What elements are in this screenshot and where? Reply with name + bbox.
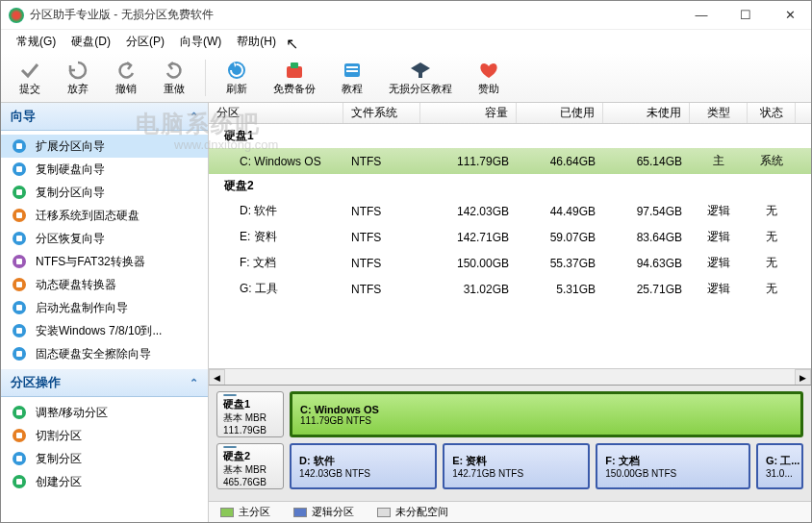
op-item-label: 调整/移动分区 (36, 405, 108, 421)
partition-block-c[interactable]: C: Windows OS 111.79GB NTFS (290, 391, 803, 437)
backup-icon (283, 59, 306, 82)
th-used[interactable]: 已使用 (517, 103, 603, 123)
window-title: 分区助手专业版 - 无损分区免费软件 (30, 7, 688, 23)
svg-rect-28 (16, 410, 22, 415)
svg-rect-20 (16, 282, 22, 287)
migrate-icon (11, 207, 28, 224)
th-filesystem[interactable]: 文件系统 (343, 103, 420, 123)
op-item-split[interactable]: 切割分区 (1, 424, 208, 447)
book-icon (341, 59, 364, 82)
disk-group: 硬盘2 (209, 174, 811, 198)
bootcd-icon (11, 299, 28, 316)
table-row[interactable]: G: 工具NTFS31.02GB5.31GB25.71GB逻辑无 (209, 276, 811, 302)
wizard-item-label: 动态硬盘转换器 (36, 277, 116, 293)
scroll-right-icon[interactable]: ▶ (795, 369, 811, 386)
partition-block-e[interactable]: E: 资料142.71GB NTFS (443, 443, 590, 489)
close-button[interactable]: ✕ (776, 6, 803, 25)
wizard-item-erase[interactable]: 固态硬盘安全擦除向导 (1, 342, 208, 365)
th-status[interactable]: 状态 (748, 103, 796, 123)
redo-button[interactable]: 重做 (153, 57, 195, 98)
menu-disk[interactable]: 硬盘(D) (63, 32, 118, 52)
wizard-item-convert[interactable]: NTFS与FAT32转换器 (1, 250, 208, 273)
wizard-item-bootcd[interactable]: 启动光盘制作向导 (1, 296, 208, 319)
check-icon (18, 59, 41, 82)
svg-rect-14 (16, 212, 22, 218)
chevron-up-icon: ⌃ (190, 111, 198, 123)
horizontal-scrollbar[interactable]: ◀ ▶ (209, 368, 811, 385)
menu-help[interactable]: 帮助(H) (229, 32, 284, 52)
wizard-item-recover[interactable]: 分区恢复向导 (1, 227, 208, 250)
svg-rect-34 (16, 479, 22, 485)
menu-general[interactable]: 常规(G) (9, 32, 63, 52)
wizard-item-label: 固态硬盘安全擦除向导 (36, 346, 151, 362)
disk2-label[interactable]: 硬盘2 基本 MBR 465.76GB (216, 443, 284, 489)
refresh-icon (225, 59, 248, 82)
wizard-item-dynamic[interactable]: 动态硬盘转换器 (1, 273, 208, 296)
table-row[interactable]: F: 文档NTFS150.00GB55.37GB94.63GB逻辑无 (209, 250, 811, 276)
wizard-item-install[interactable]: 安装Windows 7/8/10到... (1, 319, 208, 342)
svg-rect-18 (16, 259, 22, 264)
disk-icon (223, 394, 237, 396)
th-capacity[interactable]: 容量 (420, 103, 517, 123)
resize-icon (11, 404, 28, 421)
partition-block-f[interactable]: F: 文档150.00GB NTFS (596, 443, 750, 489)
discard-icon (66, 59, 89, 82)
partition-block-g[interactable]: G: 工...31.0... (756, 443, 803, 489)
partition-table: 硬盘1C: Windows OSNTFS111.79GB46.64GB65.14… (209, 124, 811, 368)
wizard-item-copy-disk[interactable]: 复制硬盘向导 (1, 158, 208, 181)
tutorial-button[interactable]: 教程 (331, 57, 373, 98)
toolbar: 提交 放弃 撤销 重做 刷新 免费备份 教程 无损分区教程 赞助 (1, 53, 811, 103)
svg-rect-16 (16, 236, 22, 241)
disk-group: 硬盘1 (209, 124, 811, 148)
svg-rect-12 (16, 189, 22, 195)
copy-icon (11, 450, 28, 467)
table-row[interactable]: C: Windows OSNTFS111.79GB46.64GB65.14GB主… (209, 148, 811, 174)
menu-wizard[interactable]: 向导(W) (172, 32, 229, 52)
wizard-item-label: 扩展分区向导 (36, 138, 105, 155)
menu-partition[interactable]: 分区(P) (118, 32, 172, 52)
disk1-label[interactable]: 硬盘1 基本 MBR 111.79GB (216, 391, 284, 437)
wizard-item-label: 复制分区向导 (36, 185, 105, 201)
wizard-item-label: 迁移系统到固态硬盘 (36, 208, 140, 224)
menubar: 常规(G) 硬盘(D) 分区(P) 向导(W) 帮助(H) (1, 30, 811, 53)
table-header: 分区 文件系统 容量 已使用 未使用 类型 状态 (209, 103, 811, 124)
th-partition[interactable]: 分区 (209, 103, 343, 123)
legend-primary: 主分区 (220, 505, 270, 519)
th-type[interactable]: 类型 (690, 103, 748, 123)
svg-rect-2 (291, 62, 298, 68)
refresh-button[interactable]: 刷新 (216, 57, 258, 98)
svg-rect-6 (419, 72, 422, 78)
table-row[interactable]: E: 资料NTFS142.71GB59.07GB83.64GB逻辑无 (209, 224, 811, 250)
heart-icon (477, 59, 500, 82)
lossless-tutorial-button[interactable]: 无损分区教程 (379, 57, 462, 98)
wizard-item-migrate[interactable]: 迁移系统到固态硬盘 (1, 204, 208, 227)
wizard-item-label: 启动光盘制作向导 (36, 300, 128, 316)
undo-button[interactable]: 撤销 (105, 57, 147, 98)
op-item-label: 创建分区 (36, 474, 82, 490)
wizard-item-expand[interactable]: 扩展分区向导 (1, 135, 208, 158)
wizard-item-copy-part[interactable]: 复制分区向导 (1, 181, 208, 204)
recover-icon (11, 230, 28, 247)
op-item-resize[interactable]: 调整/移动分区 (1, 401, 208, 424)
backup-button[interactable]: 免费备份 (264, 57, 325, 98)
minimize-button[interactable]: — (688, 6, 715, 25)
ops-panel-header[interactable]: 分区操作⌃ (1, 369, 208, 397)
commit-button[interactable]: 提交 (9, 57, 51, 98)
legend-logical: 逻辑分区 (293, 505, 354, 519)
op-item-create[interactable]: 创建分区 (1, 470, 208, 493)
donate-button[interactable]: 赞助 (468, 57, 510, 98)
wizard-item-label: 分区恢复向导 (36, 231, 105, 247)
chevron-up-icon: ⌃ (190, 377, 198, 389)
op-item-label: 复制分区 (36, 451, 82, 467)
table-row[interactable]: D: 软件NTFS142.03GB44.49GB97.54GB逻辑无 (209, 198, 811, 224)
partition-block-d[interactable]: D: 软件142.03GB NTFS (290, 443, 437, 489)
scroll-left-icon[interactable]: ◀ (209, 369, 225, 386)
th-free[interactable]: 未使用 (603, 103, 690, 123)
op-item-copy[interactable]: 复制分区 (1, 447, 208, 470)
wizard-panel-header[interactable]: 向导⌃ (1, 103, 208, 131)
titlebar: 分区助手专业版 - 无损分区免费软件 — ☐ ✕ (1, 1, 811, 30)
svg-rect-4 (346, 66, 358, 68)
discard-button[interactable]: 放弃 (57, 57, 99, 98)
expand-icon (11, 137, 28, 155)
maximize-button[interactable]: ☐ (732, 6, 759, 25)
